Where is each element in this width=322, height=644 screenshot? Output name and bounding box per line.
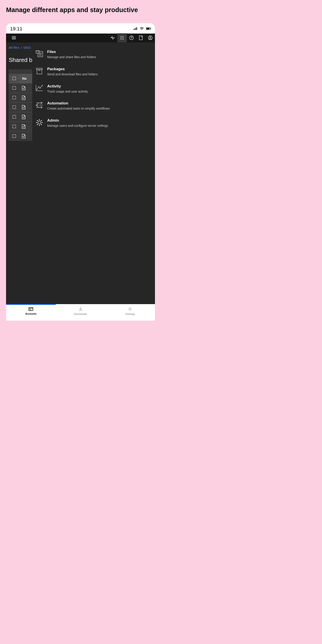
select-all-cell[interactable] [9, 74, 20, 83]
svg-point-18 [120, 39, 121, 40]
accounts-icon [28, 307, 33, 312]
activity-icon [36, 84, 43, 94]
status-bar: 19:11 [6, 23, 155, 34]
row-checkbox[interactable] [9, 96, 20, 99]
app-item-files[interactable]: Files Manage and share files and folders [36, 47, 152, 64]
app-title: Files [47, 50, 152, 54]
svg-point-14 [123, 36, 124, 37]
svg-point-24 [141, 36, 142, 37]
breadcrumb-sep: / [21, 46, 22, 50]
app-desc: Send and download files and folders [47, 72, 152, 76]
app-title: Automation [47, 101, 152, 106]
checkbox-icon [12, 86, 16, 90]
file-icon [20, 115, 28, 119]
svg-rect-0 [134, 29, 134, 30]
svg-point-57 [42, 85, 43, 86]
row-checkbox[interactable] [9, 115, 20, 118]
checkbox-icon [12, 96, 16, 99]
svg-point-12 [120, 36, 121, 37]
file-icon [20, 105, 28, 110]
svg-point-20 [123, 39, 124, 40]
app-title: Admin [47, 118, 152, 123]
file-icon [20, 134, 28, 138]
svg-point-22 [131, 39, 132, 39]
svg-point-4 [142, 29, 142, 30]
svg-point-63 [130, 308, 131, 310]
svg-point-16 [122, 38, 122, 38]
svg-rect-50 [37, 70, 42, 74]
svg-point-27 [142, 37, 142, 37]
phone-frame: 19:11 [6, 23, 155, 321]
activity-pulse-button[interactable] [108, 33, 118, 42]
svg-point-19 [122, 39, 122, 40]
app-area: All files / 0002 / Shared by Na 32 [6, 34, 155, 304]
svg-point-56 [40, 88, 40, 88]
row-checkbox[interactable] [9, 106, 20, 109]
battery-icon [146, 27, 151, 31]
status-icons [134, 27, 151, 31]
svg-point-48 [38, 51, 38, 52]
files-icon [36, 50, 43, 59]
checkbox-icon [12, 125, 16, 128]
app-title: Packages [47, 67, 152, 71]
top-bar [6, 34, 155, 42]
app-item-automation[interactable]: Automation Create automated tasks to sim… [36, 98, 152, 116]
downloads-icon [78, 307, 82, 312]
automation-icon [36, 101, 43, 111]
app-desc: Create automated tasks to simplify workf… [47, 106, 152, 111]
apps-panel: Files Manage and share files and folders… [32, 42, 155, 304]
svg-point-13 [122, 36, 122, 37]
svg-point-26 [141, 37, 142, 37]
wifi-icon [140, 27, 144, 31]
app-item-activity[interactable]: Activity Track usage and user activity [36, 82, 152, 98]
svg-point-58 [38, 121, 41, 124]
help-button[interactable] [127, 33, 136, 42]
app-title: Activity [47, 84, 152, 88]
app-desc: Manage users and configure server settin… [47, 124, 152, 128]
checkbox-icon [12, 106, 16, 109]
svg-rect-2 [136, 28, 136, 30]
account-button[interactable] [146, 33, 155, 42]
settings-icon [128, 307, 132, 312]
breadcrumb-link-1[interactable]: 0002 [24, 46, 31, 50]
svg-point-15 [120, 38, 121, 38]
apps-grid-button[interactable] [118, 33, 127, 42]
active-tab-indicator [6, 304, 56, 305]
svg-rect-7 [150, 28, 151, 29]
row-checkbox[interactable] [9, 134, 20, 138]
app-item-admin[interactable]: Admin Manage users and configure server … [36, 116, 152, 133]
svg-point-54 [36, 89, 37, 90]
file-icon [20, 86, 28, 90]
status-time: 19:11 [10, 26, 22, 32]
hamburger-menu-button[interactable] [9, 33, 18, 42]
nav-label: Accounts [25, 312, 36, 315]
breadcrumb-link-0[interactable]: All files [9, 46, 20, 50]
svg-rect-59 [29, 308, 33, 310]
nav-settings[interactable]: Settings [105, 304, 155, 317]
device-button[interactable] [136, 33, 146, 42]
svg-rect-3 [137, 27, 137, 30]
app-desc: Track usage and user activity [47, 90, 152, 94]
checkbox-icon [12, 115, 16, 118]
nav-label: Settings [125, 312, 135, 315]
row-checkbox[interactable] [9, 125, 20, 128]
packages-icon [36, 67, 43, 76]
nav-accounts[interactable]: Accounts [6, 304, 56, 317]
svg-point-55 [38, 86, 39, 87]
cellular-icon [134, 27, 138, 31]
bottom-nav: Accounts Downloads Settings [6, 304, 155, 317]
promo-title: Manage different apps and stay productiv… [0, 0, 161, 14]
file-icon [20, 96, 28, 100]
svg-rect-1 [134, 28, 135, 30]
app-item-packages[interactable]: Packages Send and download files and fol… [36, 64, 152, 82]
checkbox-icon [12, 77, 16, 80]
svg-point-29 [150, 37, 151, 38]
checkbox-icon [12, 134, 16, 138]
nav-downloads[interactable]: Downloads [56, 304, 105, 317]
svg-point-17 [123, 38, 124, 38]
app-desc: Manage and share files and folders [47, 55, 152, 59]
svg-point-25 [142, 36, 142, 37]
nav-label: Downloads [74, 312, 87, 315]
admin-icon [36, 118, 43, 128]
row-checkbox[interactable] [9, 86, 20, 90]
